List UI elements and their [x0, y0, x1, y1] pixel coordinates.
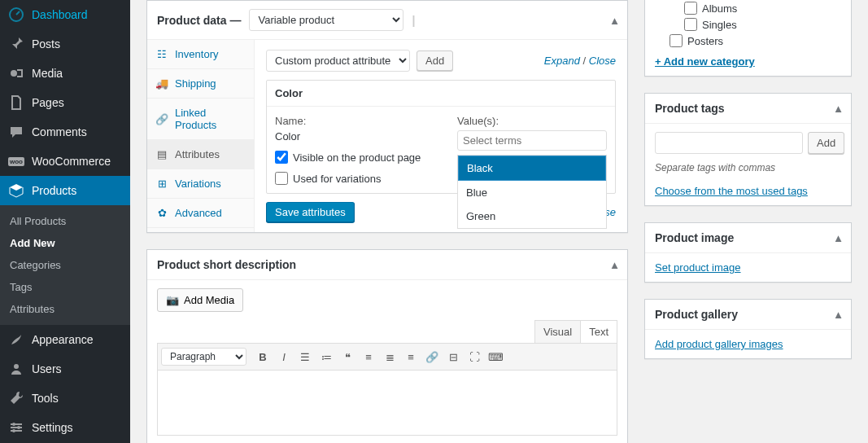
- products-icon: [8, 182, 24, 199]
- nav-media[interactable]: Media: [0, 59, 130, 88]
- collapse-icon[interactable]: ▴: [612, 258, 617, 271]
- product-gallery-title: Product gallery: [655, 308, 738, 321]
- add-tag-button[interactable]: Add: [808, 132, 844, 154]
- save-attributes-button[interactable]: Save attributes: [266, 202, 355, 222]
- add-gallery-images-link[interactable]: Add product gallery images: [655, 338, 783, 350]
- option-blue[interactable]: Blue: [458, 181, 606, 204]
- option-black[interactable]: Black: [458, 156, 606, 181]
- tab-variations[interactable]: ⊞Variations: [147, 169, 254, 199]
- tab-inventory[interactable]: ☷Inventory: [147, 40, 254, 69]
- text-tab[interactable]: Text: [581, 321, 617, 343]
- svg-point-7: [17, 426, 20, 429]
- admin-sidebar: Dashboard Posts Media Pages Comments woo…: [0, 0, 130, 443]
- bold-button[interactable]: B: [253, 347, 273, 366]
- quote-button[interactable]: ❝: [338, 347, 357, 366]
- bullet-list-button[interactable]: ☰: [295, 347, 315, 366]
- cat-singles[interactable]: Singles: [655, 16, 841, 33]
- nav-label: Appearance: [32, 333, 94, 346]
- close-link[interactable]: Close: [589, 55, 616, 67]
- toolbar-toggle-button[interactable]: ⌨: [486, 347, 505, 366]
- product-data-box: Product data — Variable product | ▴ ☷Inv…: [146, 0, 628, 233]
- read-more-button[interactable]: ⊟: [443, 347, 463, 366]
- subnav-tags[interactable]: Tags: [0, 276, 130, 298]
- subnav-categories[interactable]: Categories: [0, 254, 130, 276]
- collapse-icon[interactable]: ▴: [835, 231, 841, 244]
- nav-posts[interactable]: Posts: [0, 29, 130, 59]
- values-dropdown: Black Blue Green: [457, 130, 607, 151]
- number-list-button[interactable]: ≔: [316, 347, 336, 366]
- cat-posters[interactable]: Posters: [655, 33, 841, 49]
- name-label: Name:: [275, 115, 425, 127]
- subnav-add-new[interactable]: Add New: [0, 232, 130, 254]
- subnav-all-products[interactable]: All Products: [0, 210, 130, 232]
- nav-comments[interactable]: Comments: [0, 117, 130, 147]
- product-tags-title: Product tags: [655, 102, 725, 115]
- list-icon: ▤: [155, 148, 168, 160]
- pin-icon: [8, 36, 24, 52]
- nav-settings[interactable]: Settings: [0, 413, 130, 442]
- link-button[interactable]: 🔗: [422, 347, 442, 366]
- attribute-type-select[interactable]: Custom product attribute: [266, 50, 410, 72]
- format-select[interactable]: Paragraph: [161, 348, 246, 366]
- nav-woocommerce[interactable]: woo WooCommerce: [0, 147, 130, 176]
- editor-textarea[interactable]: [157, 371, 617, 436]
- product-image-box: Product image ▴ Set product image: [644, 222, 852, 283]
- fullscreen-button[interactable]: ⛶: [465, 347, 484, 366]
- nav-products-submenu: All Products Add New Categories Tags Att…: [0, 205, 130, 325]
- tab-linked[interactable]: 🔗Linked Products: [147, 99, 254, 140]
- nav-appearance[interactable]: Appearance: [0, 325, 130, 354]
- align-center-button[interactable]: ≣: [380, 347, 399, 366]
- subnav-attributes[interactable]: Attributes: [0, 298, 130, 320]
- svg-point-1: [11, 70, 17, 77]
- pages-icon: [8, 94, 24, 111]
- add-media-button[interactable]: 📷 Add Media: [157, 288, 243, 312]
- dashboard-icon: [8, 7, 24, 23]
- add-new-category-link[interactable]: + Add new category: [655, 55, 755, 68]
- nav-label: WooCommerce: [32, 155, 111, 168]
- option-green[interactable]: Green: [458, 204, 606, 228]
- nav-dashboard[interactable]: Dashboard: [0, 0, 130, 29]
- nav-label: Tools: [32, 392, 59, 405]
- short-description-box: Product short description ▴ 📷 Add Media …: [146, 249, 628, 443]
- tab-attributes[interactable]: ▤Attributes: [147, 140, 254, 169]
- visible-checkbox[interactable]: [275, 151, 288, 164]
- nav-users[interactable]: Users: [0, 354, 130, 384]
- product-type-select[interactable]: Variable product: [249, 9, 403, 31]
- gear-icon: ✿: [155, 207, 168, 219]
- collapse-icon[interactable]: ▴: [835, 308, 841, 321]
- nav-products[interactable]: Products: [0, 176, 130, 205]
- camera-icon: 📷: [166, 294, 179, 306]
- media-icon: [8, 65, 24, 81]
- tab-shipping[interactable]: 🚚Shipping: [147, 69, 254, 99]
- nav-pages[interactable]: Pages: [0, 88, 130, 117]
- used-checkbox[interactable]: [275, 172, 288, 185]
- align-right-button[interactable]: ≡: [401, 347, 421, 366]
- values-input[interactable]: [457, 130, 607, 151]
- nav-tools[interactable]: Tools: [0, 384, 130, 413]
- nav-label: Posts: [32, 37, 60, 50]
- nav-label: Users: [32, 362, 62, 375]
- used-checkbox-row[interactable]: Used for variations: [275, 172, 425, 185]
- grid-icon: ⊞: [155, 178, 168, 190]
- add-attribute-button[interactable]: Add: [417, 50, 453, 71]
- italic-button[interactable]: I: [274, 347, 294, 366]
- expand-link[interactable]: Expand: [544, 55, 580, 67]
- truck-icon: 🚚: [155, 77, 168, 90]
- tab-advanced[interactable]: ✿Advanced: [147, 199, 254, 228]
- collapse-icon[interactable]: ▴: [835, 102, 841, 115]
- collapse-icon[interactable]: ▴: [612, 14, 617, 27]
- set-product-image-link[interactable]: Set product image: [655, 261, 741, 274]
- choose-tags-link[interactable]: Choose from the most used tags: [655, 185, 808, 197]
- visual-tab[interactable]: Visual: [535, 321, 581, 343]
- nav-label: Dashboard: [32, 8, 88, 21]
- product-tags-box: Product tags ▴ Add Separate tags with co…: [644, 93, 852, 206]
- svg-point-2: [14, 364, 19, 369]
- cat-albums[interactable]: Albums: [655, 0, 841, 16]
- values-popup: Black Blue Green: [457, 155, 607, 229]
- visible-checkbox-row[interactable]: Visible on the product page: [275, 151, 425, 164]
- editor-toolbar: Paragraph B I ☰ ≔ ❝ ≡ ≣ ≡ 🔗 ⊟ ⛶ ⌨: [157, 343, 617, 371]
- product-data-title: Product data —: [157, 14, 241, 27]
- product-image-title: Product image: [655, 231, 734, 244]
- align-left-button[interactable]: ≡: [359, 347, 378, 366]
- tags-input[interactable]: [655, 132, 803, 154]
